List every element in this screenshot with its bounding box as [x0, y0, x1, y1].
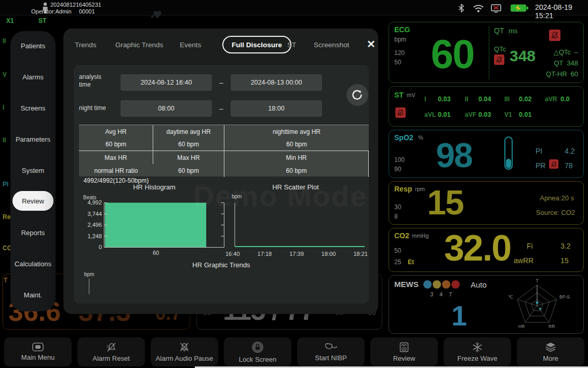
- refresh-button[interactable]: [346, 84, 368, 106]
- spo2-tile[interactable]: SpO2 % 100 90 98 PI 4.2 PR 78: [389, 130, 584, 178]
- radar-label-bps: BP-S: [559, 294, 570, 299]
- tab-full-disclosure[interactable]: Full Disclosure: [222, 36, 291, 53]
- sidebar-item-calculations[interactable]: Calculations: [10, 253, 56, 274]
- awrr-label: awRR: [514, 256, 533, 265]
- pacer-heart-icon: [151, 9, 164, 19]
- alarm-reset-button[interactable]: Alarm Reset: [77, 337, 145, 366]
- st-lead: V10.01: [504, 110, 531, 119]
- tab-graphic-trends[interactable]: Graphic Trends: [115, 41, 163, 49]
- table-header: nighttime avg HR: [224, 125, 369, 138]
- mews-dot-low: [423, 280, 432, 289]
- mews-mode: Auto: [471, 280, 487, 289]
- bluetooth-icon: [458, 4, 464, 12]
- lock-screen-button[interactable]: Lock Screen: [224, 337, 291, 366]
- lead-label: II: [3, 37, 6, 45]
- analysis-from-input[interactable]: 2024-08-12 16:40: [121, 74, 212, 91]
- graphic-trends-title: HR Graphic Trends: [74, 261, 369, 269]
- tab-events[interactable]: Events: [180, 41, 201, 49]
- review-button[interactable]: Review: [370, 337, 438, 366]
- alarm-audio-pause-button[interactable]: Alarm Audio Pause: [151, 337, 218, 366]
- lead-label: T: [4, 277, 7, 284]
- mews-radar-chart: T BP-S RR HR ℃: [501, 277, 579, 333]
- tile-divider: [489, 26, 489, 79]
- co2-tile[interactable]: CO2 mmHg 50 25 Et 32.0 Fi 3.2 awRR 15: [389, 228, 584, 272]
- mews-threshold: 3: [429, 291, 435, 297]
- tab-st[interactable]: ST: [287, 41, 296, 49]
- analysis-to-input[interactable]: 2024-08-13 00:00: [231, 74, 322, 91]
- tab-trends[interactable]: Trends: [75, 41, 97, 49]
- sidebar-item-maint[interactable]: Maint.: [10, 284, 56, 305]
- alarm-off-icon: [549, 30, 560, 41]
- table-value: 60 bpm: [79, 138, 153, 151]
- mews-dot-critical: [451, 280, 460, 289]
- start-nibp-button[interactable]: Start NIBP: [297, 337, 365, 366]
- st-lead: II0.04: [465, 94, 491, 103]
- perfusion-indicator: [504, 137, 513, 170]
- ecg-tile[interactable]: ECG bpm 120 50 60 QT ms QTc 348 △QTc – Q…: [389, 22, 584, 83]
- resp-tile[interactable]: Resp rpm 30 8 15 Apnea:20 s Source: CO2: [389, 181, 584, 225]
- tab-screenshot[interactable]: Screenshot: [314, 41, 349, 49]
- x-tick: 17:18: [258, 251, 272, 257]
- main-menu-icon: [32, 343, 44, 351]
- st-lead: aVR0.0: [545, 94, 569, 103]
- ecg-label: ECG: [394, 25, 410, 34]
- st-unit: mV: [407, 92, 416, 98]
- scatter-y-unit: bpm: [232, 194, 242, 199]
- mews-tile[interactable]: MEWS 3 4 7 Auto 1 T BP-S RR HR ℃: [389, 275, 584, 334]
- mews-dot-high: [442, 280, 450, 289]
- fi-value: 3.2: [560, 242, 570, 250]
- review-sidebar: Patients Alarms Screens Parameters Syste…: [10, 31, 56, 311]
- resp-source: Source: CO2: [536, 209, 575, 216]
- lead-label: II: [3, 137, 6, 144]
- freeze-wave-button[interactable]: Freeze Wave: [444, 337, 511, 366]
- sidebar-item-system[interactable]: System: [10, 160, 56, 181]
- night-from-input[interactable]: 08:00: [121, 100, 212, 117]
- x-tick: 17:39: [289, 251, 304, 257]
- st-lead: aVL0.01: [424, 110, 450, 119]
- histogram-x-tick: 60: [104, 250, 208, 256]
- alarm-reset-icon: [105, 342, 117, 352]
- y-tick: 2,496: [79, 222, 102, 228]
- display-disconnected-icon: [490, 4, 502, 13]
- night-to-input[interactable]: 18:00: [231, 100, 322, 117]
- sidebar-item-screens[interactable]: Screens: [10, 98, 56, 118]
- full-disclosure-panel: analysis time 2024-08-12 16:40 – 2024-08…: [74, 65, 369, 304]
- spo2-limit-low: 90: [394, 166, 401, 173]
- fi-label: Fi: [527, 242, 533, 250]
- ecg-limit-low: 50: [394, 59, 401, 66]
- scatter-plot: [223, 201, 368, 249]
- st-label: ST: [394, 91, 404, 99]
- sidebar-item-patients[interactable]: Patients: [10, 35, 56, 56]
- sidebar-item-alarms[interactable]: Alarms: [10, 66, 56, 87]
- spo2-label: SpO2: [394, 133, 413, 142]
- alarm-off-icon: [494, 54, 504, 65]
- hr-histogram-chart: HR Histogram Beats 4,992 3,744 2,496 1,2…: [79, 183, 230, 262]
- qthr-value: 60: [571, 70, 578, 78]
- lock-screen-icon: [251, 341, 264, 353]
- more-button[interactable]: More: [517, 337, 584, 366]
- qt-unit: ms: [509, 27, 517, 35]
- spo2-limit-high: 100: [394, 156, 405, 163]
- sidebar-item-parameters[interactable]: Parameters: [10, 129, 56, 149]
- y-tick: 0: [79, 244, 102, 250]
- start-nibp-label: Start NIBP: [315, 354, 346, 362]
- st-lead: I0.03: [424, 94, 450, 103]
- qt-row: QT 348: [554, 59, 578, 67]
- operator-label: Operator:Admin: [31, 8, 72, 15]
- resp-limit-low: 8: [394, 213, 398, 220]
- alarm-reset-label: Alarm Reset: [92, 355, 130, 362]
- table-header: Max HR: [153, 151, 224, 164]
- close-icon[interactable]: ✕: [367, 38, 376, 50]
- table-header: Avg HR: [79, 125, 153, 138]
- sidebar-item-reports[interactable]: Reports: [10, 222, 56, 243]
- sidebar-item-review[interactable]: Review: [12, 191, 54, 211]
- lead-label: V: [3, 71, 7, 78]
- mews-threshold: 4: [438, 291, 444, 297]
- hr-value: 60: [416, 31, 489, 78]
- st-tile[interactable]: ST mV I0.03 II0.04 III0.02 aVR0.0 aVL0.0…: [389, 86, 584, 127]
- mews-label: MEWS: [394, 280, 419, 289]
- radar-label-temp: ℃: [508, 294, 513, 299]
- radar-label-t: T: [536, 278, 538, 283]
- main-menu-button[interactable]: Main Menu: [4, 337, 72, 366]
- full-disclosure-dialog: Trends Graphic Trends Events Full Disclo…: [63, 29, 378, 314]
